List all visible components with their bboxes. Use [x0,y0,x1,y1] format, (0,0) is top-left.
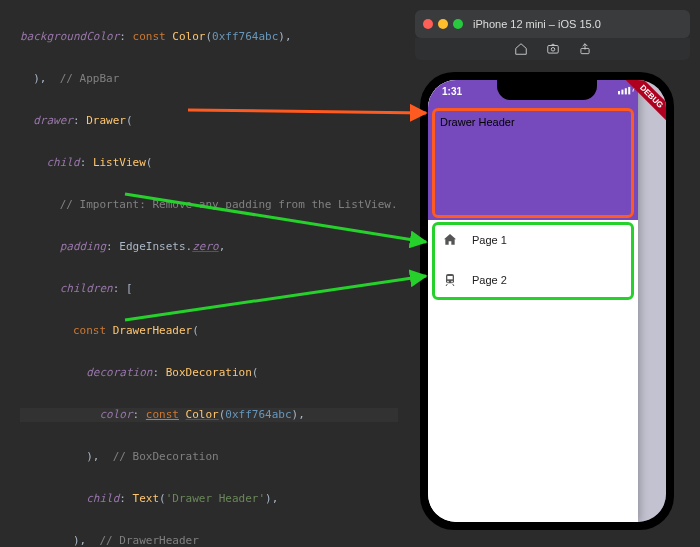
train-icon [442,272,458,288]
simulator-toolbar [415,38,690,60]
share-icon[interactable] [578,42,592,56]
device-screen[interactable]: DEBUG 1:31 Drawer Header Page 1 [428,80,666,522]
code-editor[interactable]: backgroundColor: const Color(0xff764abc)… [0,0,430,547]
svg-rect-5 [625,88,627,94]
svg-rect-6 [628,87,630,94]
home-icon[interactable] [514,42,528,56]
svg-rect-4 [621,90,623,95]
svg-point-12 [447,281,449,283]
list-tile-page-2[interactable]: Page 2 [428,260,638,300]
navigation-drawer[interactable]: Drawer Header Page 1 Page 2 [428,80,638,522]
simulator-titlebar[interactable]: iPhone 12 mini – iOS 15.0 [415,10,690,38]
svg-point-13 [451,281,453,283]
drawer-header-text: Drawer Header [440,116,515,128]
status-time: 1:31 [442,86,462,110]
list-tile-label: Page 1 [472,234,507,246]
svg-point-1 [551,48,555,52]
screenshot-icon[interactable] [546,42,560,56]
device-frame: DEBUG 1:31 Drawer Header Page 1 [420,72,674,530]
svg-rect-3 [618,91,620,94]
zoom-icon[interactable] [453,19,463,29]
notch [497,80,597,100]
simulator-title: iPhone 12 mini – iOS 15.0 [473,18,601,30]
list-tile-page-1[interactable]: Page 1 [428,220,638,260]
code-lines: backgroundColor: const Color(0xff764abc)… [20,2,398,547]
traffic-lights[interactable] [423,19,463,29]
list-tile-label: Page 2 [472,274,507,286]
close-icon[interactable] [423,19,433,29]
drawer-backdrop[interactable] [638,80,666,522]
svg-rect-0 [547,46,558,54]
svg-rect-11 [447,276,452,279]
minimize-icon[interactable] [438,19,448,29]
home-icon [442,232,458,248]
